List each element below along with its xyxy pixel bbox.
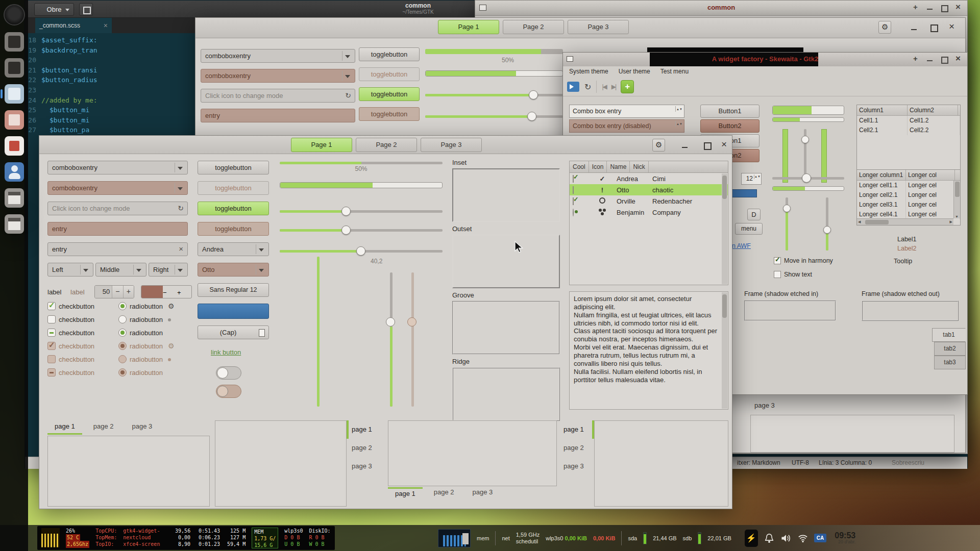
gtk2-titlebar[interactable]: A widget factory - Skewaita - Gtk2 [563, 53, 967, 66]
entry-field[interactable]: comboboxentry [201, 69, 355, 83]
radiobutton[interactable]: radiobutton [118, 342, 163, 350]
togglebutton[interactable]: togglebutton [359, 87, 420, 101]
close-button[interactable] [718, 139, 731, 152]
refresh-icon[interactable]: ↻ [584, 82, 591, 92]
entry-field[interactable]: entry [201, 109, 355, 122]
move-in-harmony-checkbox[interactable]: Move in harmony [774, 257, 833, 264]
scale-slider[interactable] [280, 246, 443, 256]
middle-combo[interactable]: Middle [95, 263, 146, 277]
scale-slider[interactable] [425, 112, 563, 121]
scale-slider[interactable] [772, 173, 844, 183]
right-combo[interactable]: Right [149, 263, 188, 277]
entry-field[interactable]: comboboxentry [47, 181, 188, 195]
menu-combo[interactable]: menu [735, 223, 763, 235]
table-row[interactable]: Longer cell1.1 Longer cel [857, 181, 960, 190]
checkbutton[interactable]: checkbutton [47, 303, 94, 310]
notebook-tab[interactable]: page 1 [561, 420, 594, 439]
mem-plugin-label[interactable]: mem [477, 535, 489, 541]
dock-icon[interactable] [5, 188, 24, 208]
horizontal-scrollbar[interactable] [857, 218, 953, 225]
tab-close-icon[interactable]: × [104, 18, 108, 33]
tree-row[interactable]: Orville Redenbacher [570, 195, 728, 207]
togglebutton[interactable]: togglebutton [359, 67, 420, 81]
tree-row[interactable]: Otto chaotic [570, 184, 728, 195]
go-first-icon[interactable]: |◀ [602, 83, 606, 90]
checkbutton[interactable]: checkbutton [47, 369, 94, 377]
table-row[interactable]: Cell2.1 Cell2.2 [857, 126, 960, 135]
togglebutton[interactable]: togglebutton [198, 222, 269, 236]
radiobutton[interactable]: radiobutton [118, 355, 163, 363]
entry-field[interactable]: Click icon to change mode [47, 202, 188, 215]
column-header[interactable]: Longer column1 [857, 170, 906, 180]
menu-item[interactable]: User theme [615, 66, 654, 78]
dock-icon[interactable] [5, 162, 24, 182]
vertical-scale-full[interactable] [317, 257, 320, 407]
checkbutton[interactable]: checkbutton [47, 329, 94, 337]
table-row[interactable]: Cell1.1 Cell1.2 [857, 116, 960, 126]
network-wifi-icon[interactable] [798, 533, 808, 543]
dock-icon[interactable] [5, 214, 24, 234]
clock[interactable]: 09:53 20 d'abr. [835, 531, 855, 545]
dock-icon[interactable] [5, 110, 24, 130]
audio-icon[interactable] [567, 82, 579, 92]
column-header[interactable]: Column2 [908, 105, 958, 115]
cool-cell[interactable] [570, 197, 591, 205]
dock-icon[interactable] [4, 4, 25, 26]
combo-box-entry[interactable]: Combo box entry [569, 105, 684, 118]
notebook-tab[interactable]: page 3 [561, 457, 594, 475]
dock-icon[interactable] [5, 84, 24, 104]
tree-row[interactable]: Benjamin Company [570, 207, 728, 218]
radiobutton[interactable]: radiobutton [118, 368, 163, 377]
checkbutton[interactable]: checkbutton [47, 356, 94, 363]
vertical-scrollbar[interactable] [722, 173, 727, 284]
power-manager-icon[interactable] [745, 530, 758, 547]
togglebutton[interactable]: togglebutton [198, 202, 269, 215]
minimize-button[interactable] [925, 3, 935, 12]
cool-cell[interactable] [570, 209, 591, 216]
page-tab[interactable]: Page 2 [503, 20, 564, 34]
gear-menu-button[interactable] [652, 139, 665, 152]
checkbutton[interactable]: checkbutton [47, 316, 94, 323]
dock-icon[interactable] [5, 32, 24, 52]
column-header[interactable]: Column1 [857, 105, 908, 115]
column-header[interactable]: Cool [570, 161, 589, 172]
left-combo[interactable]: Left [47, 263, 93, 277]
vertical-scrollbar[interactable] [722, 292, 727, 409]
open-button[interactable]: Obre [34, 3, 74, 16]
column-header[interactable]: Longer col [906, 170, 955, 180]
spin-minus-icon[interactable]: − [112, 286, 122, 298]
close-button[interactable] [954, 3, 963, 12]
checkbutton[interactable]: checkbutton [47, 342, 94, 350]
notebook-tab[interactable]: page 3 [347, 457, 382, 475]
notebook-tab[interactable]: page 2 [427, 487, 461, 503]
button[interactable]: Button1 [700, 105, 760, 118]
minimize-button[interactable] [678, 139, 691, 152]
notebook-tab[interactable]: tab2 [934, 342, 966, 356]
name-combo[interactable]: Andrea [198, 242, 269, 256]
cpu-freq-plugin[interactable]: 1,59 GHz schedutil [516, 532, 540, 544]
text-view[interactable]: Lorem ipsum dolor sit amet, consectetur … [569, 291, 728, 410]
cpu-history-graph[interactable] [438, 529, 471, 547]
togglebutton[interactable]: togglebutton [359, 47, 420, 61]
spin-plus-icon[interactable]: + [123, 286, 134, 298]
cool-cell[interactable] [570, 186, 591, 194]
page-tab[interactable]: Page 1 [438, 20, 499, 34]
scale-handle[interactable] [783, 205, 791, 212]
gear-menu-button[interactable] [878, 21, 891, 34]
spin-minus-icon[interactable]: − [163, 286, 177, 298]
notebook-tab[interactable]: page 1 [47, 420, 82, 435]
maximize-button[interactable] [927, 21, 940, 34]
back-notebook-tab-label[interactable]: page 3 [754, 402, 775, 409]
entry-field[interactable]: comboboxentry [201, 49, 355, 63]
togglebutton[interactable]: togglebutton [359, 107, 420, 121]
page-tab[interactable]: Page 3 [568, 20, 629, 34]
scale-slider[interactable] [280, 207, 443, 216]
minimize-button[interactable] [908, 21, 920, 34]
go-last-icon[interactable]: ▶| [611, 83, 616, 90]
scale-handle[interactable] [386, 317, 395, 327]
volume-icon[interactable] [780, 533, 792, 543]
notebook-tab[interactable]: tab3 [934, 356, 966, 369]
button[interactable]: Button2 [700, 119, 760, 133]
notebook-tab[interactable]: page 2 [561, 439, 594, 457]
togglebutton[interactable]: togglebutton [198, 161, 269, 174]
